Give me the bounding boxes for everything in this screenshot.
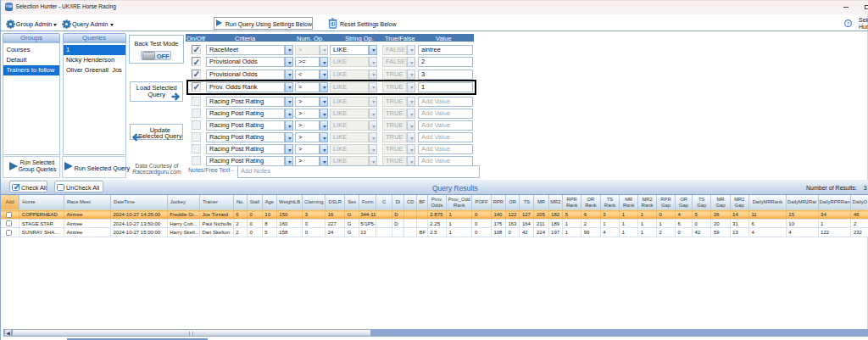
svg-text:?: ? (847, 21, 850, 26)
